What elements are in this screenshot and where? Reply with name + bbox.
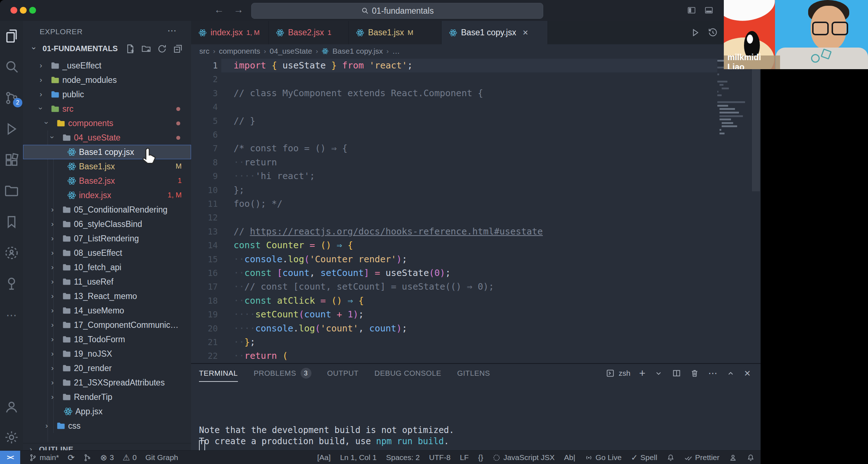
tree-item-18-todoform[interactable]: ›18_TodoForm xyxy=(23,332,191,347)
tree-item-useeffect[interactable]: ›_useEffect xyxy=(23,58,191,73)
panel-tab-debug-console[interactable]: DEBUG CONSOLE xyxy=(375,364,441,383)
back-arrow-icon[interactable]: ← xyxy=(214,4,224,15)
trash-icon[interactable] xyxy=(690,369,699,378)
git-branch[interactable]: main* xyxy=(29,453,59,462)
tab-base1-jsx[interactable]: Base1.jsxM xyxy=(349,21,442,44)
refresh-icon[interactable] xyxy=(157,44,167,54)
panel-tab-output[interactable]: OUTPUT xyxy=(327,364,359,383)
more-actions-icon[interactable]: ⋯ xyxy=(708,368,717,379)
zoom-window-button[interactable] xyxy=(29,7,36,14)
panel-tab-gitlens[interactable]: GITLENS xyxy=(457,364,490,383)
abl-indicator[interactable]: Ab| xyxy=(564,453,575,462)
new-terminal-icon[interactable]: + xyxy=(639,367,646,379)
prettier[interactable]: Prettier xyxy=(684,453,719,462)
tree-item-20-render[interactable]: ›20_render xyxy=(23,361,191,375)
tree-item-08-useeffect[interactable]: ›08_useEffect xyxy=(23,246,191,260)
breadcrumb-item[interactable]: … xyxy=(392,47,400,55)
tree-item-04-usestate[interactable]: ›04_useState xyxy=(23,130,191,145)
tree-item-10-fetch-api[interactable]: ›10_fetch_api xyxy=(23,260,191,275)
forward-arrow-icon[interactable]: → xyxy=(234,4,243,15)
tree-item-rendertip[interactable]: ›RenderTip xyxy=(23,390,191,404)
spell-checker[interactable]: ✓Spell xyxy=(631,453,657,463)
notifications[interactable] xyxy=(747,454,755,462)
tree-item-11-useref[interactable]: ›11_useRef xyxy=(23,275,191,289)
language-mode[interactable]: JavaScript JSX xyxy=(492,453,554,462)
errors[interactable]: ⊗3 xyxy=(100,453,114,463)
tree-item-14-usememo[interactable]: ›14_useMemo xyxy=(23,303,191,318)
dropdown-icon[interactable] xyxy=(654,369,663,378)
extensions-icon[interactable] xyxy=(4,152,19,168)
breadcrumb[interactable]: src›components›04_useState›Base1 copy.js… xyxy=(191,44,761,58)
toggle-panel-icon[interactable] xyxy=(704,5,714,15)
tree-item-07-listrendering[interactable]: ›07_ListRendering xyxy=(23,231,191,246)
run-debug-icon[interactable] xyxy=(4,121,19,137)
editor-scrollbar[interactable] xyxy=(752,58,760,363)
todo-tree-icon[interactable] xyxy=(4,276,19,292)
tree-item-src[interactable]: ›src xyxy=(23,102,191,116)
tree-item-05-conditionalrendering[interactable]: ›05_ConditionalRendering xyxy=(23,202,191,217)
account-icon[interactable] xyxy=(4,399,19,415)
panel-tab-problems[interactable]: PROBLEMS3 xyxy=(254,364,311,383)
warnings[interactable]: ⚠0 xyxy=(123,453,137,463)
tree-item-base1-jsx[interactable]: Base1.jsxM xyxy=(23,159,191,174)
indentation[interactable]: Spaces: 2 xyxy=(386,453,420,462)
alert[interactable] xyxy=(666,454,675,462)
new-file-icon[interactable] xyxy=(125,44,136,54)
close-icon[interactable]: × xyxy=(523,27,528,38)
live-share-icon[interactable] xyxy=(4,245,19,261)
command-center-search[interactable]: 01-fundamentals xyxy=(251,3,543,19)
tree-item-components[interactable]: ›components xyxy=(23,116,191,130)
terminal-icon[interactable] xyxy=(606,369,615,378)
git-compare[interactable] xyxy=(83,454,92,462)
close-panel-icon[interactable]: × xyxy=(744,367,750,379)
tree-item-node-modules[interactable]: ›node_modules xyxy=(23,73,191,87)
new-folder-icon[interactable] xyxy=(141,44,151,54)
collapse-up-icon[interactable] xyxy=(726,369,735,378)
git-graph[interactable]: Git Graph xyxy=(145,453,178,462)
breadcrumb-item[interactable]: 04_useState xyxy=(270,47,312,55)
toggle-sidebar-icon[interactable] xyxy=(687,5,696,15)
tree-item-06-styleclassbind[interactable]: ›06_styleClassBind xyxy=(23,217,191,231)
match-case[interactable]: [Aa] xyxy=(317,453,331,462)
explorer-icon[interactable] xyxy=(4,28,19,44)
tree-item-base1-copy-jsx[interactable]: Base1 copy.jsx xyxy=(23,145,191,159)
tree-item-19-nojsx[interactable]: ›19_noJSX xyxy=(23,347,191,361)
eol[interactable]: LF xyxy=(460,453,469,462)
code-editor[interactable]: 12345678910111213141516171819202122 impo… xyxy=(191,58,761,363)
close-window-button[interactable] xyxy=(10,7,17,14)
panel-tab-terminal[interactable]: TERMINAL xyxy=(199,364,238,383)
breadcrumb-item[interactable]: Base1 copy.jsx xyxy=(332,47,383,55)
encoding[interactable]: UTF-8 xyxy=(429,453,451,462)
bookmarks-icon[interactable] xyxy=(4,214,19,230)
tree-item-css[interactable]: ›css xyxy=(23,419,191,433)
run-icon[interactable] xyxy=(690,27,700,38)
tab-base2-jsx[interactable]: Base2.jsx1 xyxy=(269,21,349,44)
language-braces[interactable]: {} xyxy=(478,453,483,462)
source-control-icon[interactable]: 2 xyxy=(4,90,19,106)
split-icon[interactable] xyxy=(672,369,681,378)
tree-item-index-jsx[interactable]: index.jsx1, M xyxy=(23,188,191,202)
breadcrumb-item[interactable]: src xyxy=(199,47,209,55)
explorer-more-icon[interactable]: ⋯ xyxy=(167,25,177,36)
tree-item-base2-jsx[interactable]: Base2.jsx1 xyxy=(23,174,191,188)
go-live[interactable]: Go Live xyxy=(585,453,621,462)
sync-changes[interactable]: ⟳ xyxy=(68,453,75,463)
feedback[interactable] xyxy=(729,454,737,462)
search-icon[interactable] xyxy=(4,59,19,75)
collapse-all-icon[interactable] xyxy=(173,44,183,54)
cursor-position[interactable]: Ln 1, Col 1 xyxy=(340,453,377,462)
more-icon[interactable]: ⋯ xyxy=(4,307,19,323)
tree-item-17-componentcommunic[interactable]: ›17_ComponentCommunic… xyxy=(23,318,191,332)
tree-item-13-react-memo[interactable]: ›13_React_memo xyxy=(23,289,191,303)
tab-index-jsx[interactable]: index.jsx1, M xyxy=(191,21,269,44)
remote-indicator[interactable]: >< xyxy=(0,451,20,464)
tree-item-app-jsx[interactable]: App.jsx xyxy=(23,404,191,419)
tree-item-21-jsxspreadattributes[interactable]: ›21_JSXSpreadAttributes xyxy=(23,375,191,390)
tab-base1-copy-jsx[interactable]: Base1 copy.jsx× xyxy=(442,21,548,44)
project-manager-icon[interactable] xyxy=(4,183,19,199)
history-icon[interactable] xyxy=(708,27,718,38)
minimize-window-button[interactable] xyxy=(20,7,27,14)
shell-name[interactable]: zsh xyxy=(619,369,630,378)
project-root-row[interactable]: › 01-FUNDAMENTALS xyxy=(23,41,191,56)
tree-item-public[interactable]: ›public xyxy=(23,87,191,102)
